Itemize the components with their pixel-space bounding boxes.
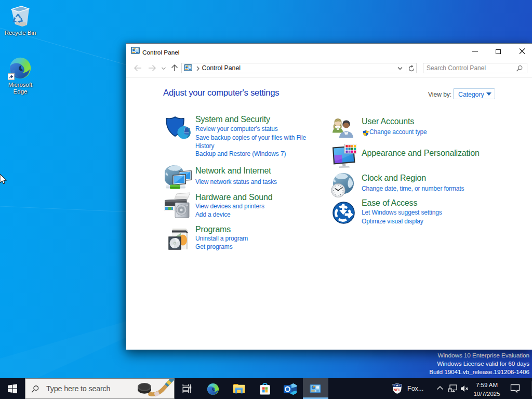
svg-text:NFL: NFL — [394, 388, 401, 392]
